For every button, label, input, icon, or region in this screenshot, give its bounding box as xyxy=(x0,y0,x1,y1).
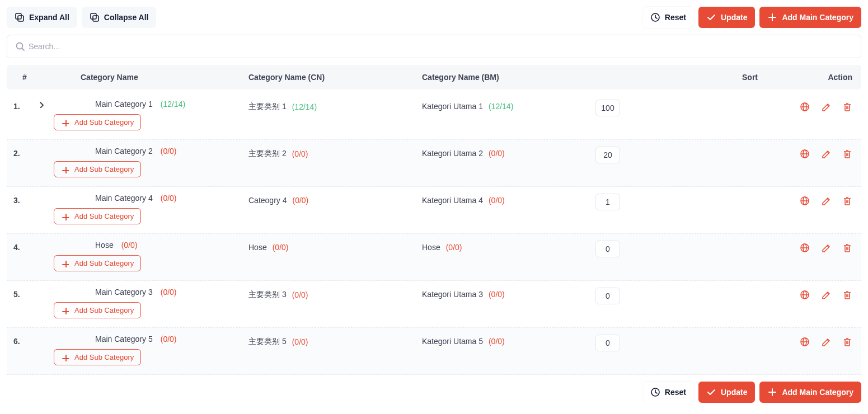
category-counts-bm: (0/0) xyxy=(489,149,505,158)
update-label: Update xyxy=(721,13,747,22)
globe-action-button[interactable] xyxy=(800,102,810,112)
chevron-right-icon xyxy=(37,100,45,108)
category-name-cn: Cateogry 4 xyxy=(248,196,287,205)
delete-action-button[interactable] xyxy=(842,149,852,159)
add-main-category-button[interactable]: Add Main Category xyxy=(759,7,861,28)
reset-button[interactable]: Reset xyxy=(642,382,694,403)
add-sub-label: Add Sub Category xyxy=(74,306,134,314)
category-counts-cn: (0/0) xyxy=(292,196,308,205)
edit-icon xyxy=(821,196,831,206)
plus-icon xyxy=(767,387,777,397)
globe-icon xyxy=(800,196,810,206)
plus-icon xyxy=(767,12,777,22)
check-icon xyxy=(706,387,716,397)
add-sub-label: Add Sub Category xyxy=(74,118,134,126)
edit-action-button[interactable] xyxy=(821,243,831,253)
add-main-label: Add Main Category xyxy=(782,388,853,397)
edit-action-button[interactable] xyxy=(821,196,831,206)
category-name-bm: Kategori Utama 2 xyxy=(422,149,483,158)
table-header: # Category Name Category Name (CN) Categ… xyxy=(7,65,861,90)
sort-input[interactable] xyxy=(595,241,620,257)
sort-input[interactable] xyxy=(595,194,620,210)
history-icon xyxy=(650,12,660,22)
reset-button[interactable]: Reset xyxy=(642,7,694,28)
delete-action-button[interactable] xyxy=(842,196,852,206)
sort-input[interactable] xyxy=(595,100,620,116)
edit-action-button[interactable] xyxy=(821,337,831,347)
add-sub-category-button[interactable]: Add Sub Category xyxy=(54,208,141,224)
trash-icon xyxy=(842,196,852,206)
header-name: Category Name xyxy=(36,73,248,82)
category-counts-bm: (0/0) xyxy=(489,196,505,205)
category-counts: (0/0) xyxy=(161,194,177,203)
edit-icon xyxy=(821,243,831,253)
edit-icon xyxy=(821,337,831,347)
globe-action-button[interactable] xyxy=(800,149,810,159)
category-name: Main Category 2 xyxy=(95,147,153,156)
globe-icon xyxy=(800,243,810,253)
globe-action-button[interactable] xyxy=(800,290,810,300)
sort-input[interactable] xyxy=(595,147,620,163)
category-name-bm: Kategori Utama 3 xyxy=(422,290,483,299)
category-name-bm: Hose xyxy=(422,243,440,252)
plus-icon xyxy=(61,213,69,220)
add-sub-category-button[interactable]: Add Sub Category xyxy=(54,302,141,318)
edit-action-button[interactable] xyxy=(821,149,831,159)
category-name: Main Category 3 xyxy=(95,288,153,297)
table-row: 3. Main Category 4 (0/0) Add Sub Categor… xyxy=(7,187,861,234)
globe-action-button[interactable] xyxy=(800,196,810,206)
row-number: 2. xyxy=(13,147,36,158)
edit-icon xyxy=(821,102,831,112)
category-name-cn: 主要类别 3 xyxy=(248,290,287,300)
expand-toggle[interactable] xyxy=(36,100,46,108)
category-name-bm: Kategori Utama 5 xyxy=(422,337,483,346)
add-sub-label: Add Sub Category xyxy=(74,259,134,267)
add-sub-category-button[interactable]: Add Sub Category xyxy=(54,255,141,271)
category-name-cn: 主要类别 5 xyxy=(248,337,287,347)
edit-action-button[interactable] xyxy=(821,102,831,112)
delete-action-button[interactable] xyxy=(842,337,852,347)
bottom-toolbar: Reset Update Add Main Category xyxy=(7,382,861,403)
delete-action-button[interactable] xyxy=(842,102,852,112)
add-sub-category-button[interactable]: Add Sub Category xyxy=(54,114,141,130)
category-name-bm: Kategori Utama 4 xyxy=(422,196,483,205)
add-sub-label: Add Sub Category xyxy=(74,212,134,220)
row-number: 3. xyxy=(13,194,36,205)
globe-icon xyxy=(800,149,810,159)
category-name-cn: 主要类别 2 xyxy=(248,149,287,159)
add-main-category-button[interactable]: Add Main Category xyxy=(759,382,861,403)
category-counts-cn: (0/0) xyxy=(292,290,308,299)
category-counts-cn: (0/0) xyxy=(273,243,289,252)
sort-input[interactable] xyxy=(595,288,620,304)
delete-action-button[interactable] xyxy=(842,243,852,253)
trash-icon xyxy=(842,243,852,253)
search-bar[interactable] xyxy=(7,35,861,58)
globe-icon xyxy=(800,102,810,112)
collapse-all-button[interactable]: Collapse All xyxy=(82,7,157,28)
plus-icon xyxy=(61,307,69,314)
update-button[interactable]: Update xyxy=(698,382,755,403)
globe-icon xyxy=(800,337,810,347)
globe-action-button[interactable] xyxy=(800,337,810,347)
edit-icon xyxy=(821,290,831,300)
add-sub-category-button[interactable]: Add Sub Category xyxy=(54,349,141,365)
add-sub-category-button[interactable]: Add Sub Category xyxy=(54,161,141,177)
plus-icon xyxy=(61,119,69,126)
expand-all-button[interactable]: Expand All xyxy=(7,7,77,28)
globe-action-button[interactable] xyxy=(800,243,810,253)
table-row: 2. Main Category 2 (0/0) Add Sub Categor… xyxy=(7,140,861,187)
copy-stack-icon xyxy=(90,12,100,22)
plus-icon xyxy=(61,260,69,267)
category-name-bm: Kategori Utama 1 xyxy=(422,102,483,111)
edit-action-button[interactable] xyxy=(821,290,831,300)
header-cn: Category Name (CN) xyxy=(248,73,422,82)
add-sub-label: Add Sub Category xyxy=(74,353,134,361)
sort-input[interactable] xyxy=(595,335,620,351)
search-input[interactable] xyxy=(25,40,853,53)
trash-icon xyxy=(842,102,852,112)
delete-action-button[interactable] xyxy=(842,290,852,300)
row-number: 6. xyxy=(13,335,36,346)
table-row: 1. Main Category 1 (12/14) Add Sub Categ… xyxy=(7,93,861,140)
update-button[interactable]: Update xyxy=(698,7,755,28)
category-name: Main Category 1 xyxy=(95,100,153,109)
